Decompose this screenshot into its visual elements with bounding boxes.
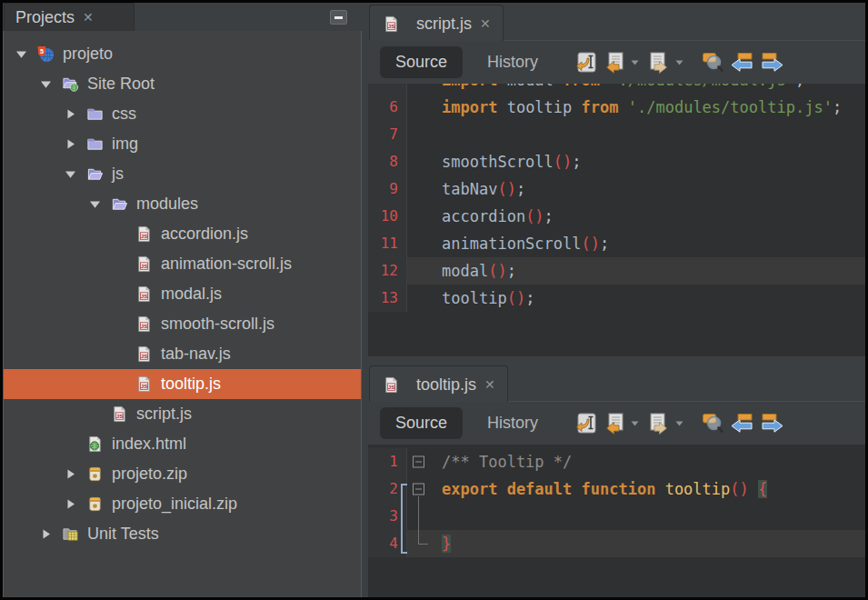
editor-tab-bar: JS script.js ✕ — [368, 3, 865, 41]
back-dropdown-icon[interactable] — [631, 60, 639, 65]
tree-item-label: tooltip.js — [161, 375, 221, 394]
expander-collapsed-icon[interactable] — [39, 527, 61, 541]
tree-item-projeto-inicial-zip[interactable]: projeto_inicial.zip — [4, 489, 361, 519]
tree-item-label: projeto — [63, 45, 113, 64]
site-root-icon — [61, 75, 79, 94]
ide-window: Projects ✕ 5projetoSite Rootcssimgjsmodu… — [0, 0, 868, 600]
token-pun: ; — [507, 262, 516, 280]
code-line: 2export default function tooltip() { — [368, 475, 865, 503]
tree-item-label: Site Root — [87, 75, 155, 94]
back-button[interactable] — [604, 50, 625, 75]
js-file-icon: JS — [135, 255, 153, 274]
close-icon[interactable]: ✕ — [484, 378, 495, 391]
code-line-content[interactable]: export default function tooltip() { — [407, 475, 865, 503]
token-id: animationScroll — [442, 235, 582, 253]
line-number: 12 — [368, 257, 407, 285]
token-kw: from — [582, 98, 628, 116]
code-line-content[interactable]: modal(); — [407, 257, 865, 285]
code-line: 6import tooltip from './modules/tooltip.… — [368, 94, 865, 121]
expander-expanded-icon[interactable] — [39, 77, 61, 91]
tree-item-tab-nav-js[interactable]: JStab-nav.js — [4, 339, 361, 369]
js-file-icon: JS — [135, 345, 153, 364]
tree-item-index-html[interactable]: index.html — [4, 429, 361, 459]
folder-closed-icon — [85, 105, 104, 124]
forward-dropdown-icon[interactable] — [675, 421, 683, 426]
projects-tab[interactable]: Projects ✕ — [4, 3, 135, 31]
back-button[interactable] — [604, 411, 625, 436]
history-view-button[interactable]: History — [487, 414, 538, 433]
forward-button[interactable] — [648, 411, 670, 436]
token-kw: from — [563, 84, 609, 89]
forward-button[interactable] — [648, 50, 670, 75]
tree-item-js[interactable]: js — [4, 159, 361, 189]
code-line-content[interactable]: import tooltip from './modules/tooltip.j… — [407, 94, 865, 121]
code-line-content[interactable]: /** Tooltip */ — [407, 448, 865, 475]
forward-dropdown-icon[interactable] — [675, 60, 683, 65]
code-line-content[interactable]: tooltip(); — [407, 285, 865, 312]
code-line-content[interactable]: import modal from './modules/modal.js'; — [407, 84, 865, 94]
next-occurrence-button[interactable] — [760, 411, 784, 436]
tree-item-img[interactable]: img — [4, 129, 361, 159]
tree-item-modules[interactable]: modules — [4, 189, 361, 219]
tree-item-smooth-scroll-js[interactable]: JSsmooth-scroll.js — [4, 309, 361, 339]
tab-tooltip-js[interactable]: JS tooltip.js ✕ — [369, 365, 508, 403]
back-dropdown-icon[interactable] — [631, 421, 639, 426]
expander-collapsed-icon[interactable] — [64, 467, 85, 481]
source-view-button[interactable]: Source — [380, 46, 463, 78]
tree-item-modal-js[interactable]: JSmodal.js — [4, 279, 361, 309]
code-line-content[interactable]: accordion(); — [407, 203, 865, 230]
code-line-content[interactable] — [407, 503, 865, 530]
svg-text:JS: JS — [140, 353, 147, 359]
editor-toolbar: Source History — [368, 41, 865, 84]
close-icon[interactable]: ✕ — [83, 11, 94, 24]
editor-toolbar: Source History — [368, 402, 865, 445]
history-view-button[interactable]: History — [487, 53, 538, 72]
token-id: modal — [442, 262, 488, 280]
code-line-content[interactable]: animationScroll(); — [407, 230, 865, 257]
tree-item-projeto[interactable]: 5projeto — [4, 39, 361, 69]
expander-collapsed-icon[interactable] — [64, 137, 85, 151]
fold-collapse-icon[interactable] — [413, 484, 424, 495]
fold-guide-corner — [418, 530, 428, 545]
expander-collapsed-icon[interactable] — [64, 497, 85, 511]
toggle-highlight-search-button[interactable] — [702, 411, 724, 436]
tree-item-animation-scroll-js[interactable]: JSanimation-scroll.js — [4, 249, 361, 279]
svg-text:JS: JS — [140, 323, 147, 329]
expander-collapsed-icon[interactable] — [64, 107, 85, 121]
expander-expanded-icon[interactable] — [64, 167, 85, 181]
fold-collapse-icon[interactable] — [413, 456, 424, 468]
previous-occurrence-button[interactable] — [730, 50, 754, 75]
tree-item-css[interactable]: css — [4, 99, 361, 129]
tab-script-js[interactable]: JS script.js ✕ — [369, 5, 504, 42]
code-line-content[interactable]: } — [407, 530, 865, 557]
folder-open-icon — [110, 195, 128, 214]
tree-item-script-js[interactable]: JSscript.js — [4, 399, 361, 429]
token-par: () — [554, 153, 572, 171]
jump-to-last-edit-button[interactable] — [574, 50, 598, 75]
previous-occurrence-button[interactable] — [730, 411, 754, 436]
code-line-content[interactable] — [407, 121, 865, 148]
next-occurrence-button[interactable] — [760, 50, 784, 75]
tree-item-tooltip-js[interactable]: JStooltip.js — [4, 369, 361, 399]
jump-to-last-edit-button[interactable] — [574, 411, 598, 436]
token-kw: import — [442, 84, 507, 89]
expander-expanded-icon[interactable] — [15, 47, 36, 61]
close-icon[interactable]: ✕ — [480, 17, 491, 30]
svg-text:JS: JS — [140, 233, 147, 239]
minimize-panel-button[interactable] — [330, 10, 347, 25]
tree-item-accordion-js[interactable]: JSaccordion.js — [4, 219, 361, 249]
tree-item-projeto-zip[interactable]: projeto.zip — [4, 459, 361, 489]
zip-file-icon — [85, 465, 104, 484]
code-line-content[interactable]: tabNav(); — [407, 175, 865, 203]
tree-item-unit-tests[interactable]: Unit Tests — [4, 519, 361, 549]
source-view-button[interactable]: Source — [380, 407, 463, 439]
token-pun: ; — [516, 180, 525, 198]
tree-item-site-root[interactable]: Site Root — [4, 69, 361, 99]
js-file-icon: JS — [382, 375, 400, 394]
code-line-content[interactable]: smoothScroll(); — [407, 148, 865, 175]
toggle-highlight-search-button[interactable] — [702, 50, 724, 75]
expander-expanded-icon[interactable] — [88, 197, 110, 211]
code-line: 7 — [368, 121, 865, 148]
token-par: () — [730, 480, 748, 498]
code-line: 4} — [368, 530, 865, 557]
